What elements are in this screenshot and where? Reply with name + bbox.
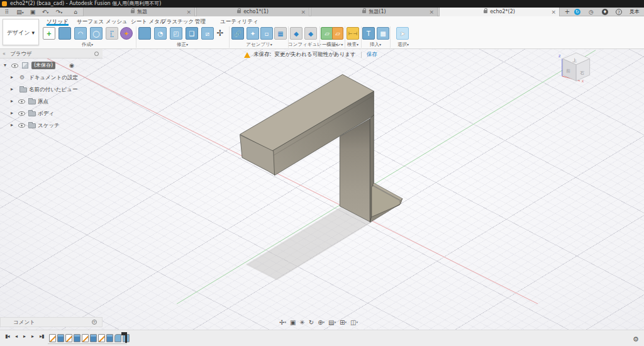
decal-icon[interactable]: T <box>362 27 375 40</box>
expand-caret-icon[interactable]: ▸ <box>11 96 13 107</box>
visibility-eye-icon[interactable] <box>18 111 25 116</box>
browser-item-bodies[interactable]: ▸ ボディ <box>0 108 103 119</box>
joint-icon[interactable]: ✦ <box>247 27 259 40</box>
save-link[interactable]: 保存 <box>367 51 377 59</box>
timeline-feature-fillet[interactable] <box>114 334 121 342</box>
ribbon-tab-plastic[interactable]: プラスチック <box>161 18 194 26</box>
configure-icon[interactable]: ◆ <box>290 27 303 40</box>
revolve-icon[interactable]: ◠ <box>74 27 87 40</box>
collapse-panel-icon[interactable]: « <box>3 49 6 59</box>
expand-caret-icon[interactable]: ▸ <box>11 84 13 95</box>
create-sketch-icon[interactable]: + <box>43 27 55 40</box>
browser-item-label[interactable]: 名前の付いたビュー <box>29 84 78 95</box>
group-label[interactable]: 選択 <box>390 42 416 48</box>
browser-item-document-settings[interactable]: ▸ ⚙ ドキュメントの設定 <box>0 72 103 83</box>
timeline-feature-extrude[interactable] <box>106 334 113 342</box>
combine-icon[interactable]: ❑ <box>186 27 198 40</box>
ribbon-tab-surface[interactable]: サーフェス <box>77 18 104 26</box>
zoom-icon[interactable]: ⊕ <box>318 318 325 327</box>
browser-item-label[interactable]: スケッチ <box>38 120 60 131</box>
doc-tab-untitled[interactable]: 無題 <box>83 8 195 16</box>
doc-tab-echo1[interactable]: echo1*(1) <box>196 8 309 16</box>
save-icon[interactable]: ▣ <box>29 8 36 16</box>
group-label[interactable]: 構築 <box>319 42 345 48</box>
panel-options-icon[interactable] <box>94 52 99 56</box>
ribbon-tab-sheetmetal[interactable]: シート メタル <box>131 18 165 26</box>
fillet-icon[interactable]: ◔ <box>154 27 167 40</box>
browser-panel-header[interactable]: « ブラウザ <box>0 49 103 59</box>
configuration-table-icon[interactable]: ◆ <box>304 27 317 40</box>
rigid-group-icon[interactable]: ▫ <box>260 27 273 40</box>
grid-settings-icon[interactable]: ⊞ <box>340 318 347 327</box>
browser-item-label[interactable]: ボディ <box>38 108 54 119</box>
visibility-eye-icon[interactable] <box>11 64 18 68</box>
visibility-eye-icon[interactable] <box>18 99 25 104</box>
close-icon[interactable] <box>186 8 191 16</box>
extensions-clock-icon[interactable]: ◷ <box>587 8 595 16</box>
browser-item-named-views[interactable]: ▸ 名前の付いたビュー <box>0 84 103 95</box>
move-icon[interactable]: ✢ <box>214 27 226 40</box>
pan-hand-icon[interactable]: ✳ <box>299 318 304 327</box>
comments-panel[interactable]: コメント + <box>0 317 103 327</box>
timeline-feature-sketch[interactable] <box>65 334 72 342</box>
app-grid-menu-icon[interactable]: ⠿ <box>3 8 11 16</box>
bom-table-icon[interactable]: ▦ <box>274 27 287 40</box>
ribbon-tab-utilities[interactable]: ユーティリティ <box>220 18 258 26</box>
doc-tab-echo2-active[interactable]: echo2*(2) <box>439 8 560 16</box>
timeline-feature-extrude[interactable] <box>57 334 64 342</box>
hole-icon[interactable]: ◯ <box>90 27 103 40</box>
column-front-face[interactable] <box>340 119 370 222</box>
timeline-step-forward-button[interactable]: ▸ <box>31 333 33 339</box>
browser-item-sketches[interactable]: ▸ スケッチ <box>0 120 103 131</box>
timeline-feature-sketch[interactable] <box>98 334 105 342</box>
shell-icon[interactable]: ◰ <box>170 27 182 40</box>
press-pull-icon[interactable] <box>138 27 151 40</box>
offset-plane-icon[interactable]: ▱ <box>321 27 333 40</box>
form-icon[interactable]: ✦ <box>120 27 133 40</box>
timeline-step-back-button[interactable]: ◂ <box>15 333 17 339</box>
ribbon-tab-manage[interactable]: 管理 <box>195 18 206 26</box>
measure-icon[interactable]: ⊢⊣ <box>347 27 359 40</box>
doc-tab-untitled-1[interactable]: 無題(1) <box>311 8 438 16</box>
axis-icon[interactable]: ▱ <box>332 27 343 40</box>
ribbon-tab-solid[interactable]: ソリッド <box>47 18 69 26</box>
timeline-feature-sketch[interactable] <box>49 334 56 342</box>
timeline-go-to-end-button[interactable]: ▸▮ <box>40 333 43 339</box>
model-body[interactable] <box>240 74 402 222</box>
root-document-label[interactable]: (未保存) <box>31 62 55 69</box>
close-icon[interactable] <box>551 8 556 16</box>
group-label[interactable]: 検査 <box>345 42 361 48</box>
group-label[interactable]: 作成 <box>40 42 135 48</box>
viewcube[interactable]: 上 前 右 Z X <box>558 53 590 83</box>
group-label[interactable]: 挿入 <box>361 42 390 48</box>
timeline-feature-extrude[interactable] <box>74 334 80 342</box>
expand-caret-icon[interactable]: ▾ <box>4 60 6 71</box>
visibility-eye-icon[interactable] <box>18 123 25 128</box>
group-label[interactable]: コンフィギュレーション <box>288 42 319 48</box>
display-settings-icon[interactable]: ▤ <box>328 318 336 327</box>
undo-icon[interactable]: ↶ <box>40 8 50 16</box>
group-label[interactable]: 修正 <box>137 42 228 48</box>
canvas-image-icon[interactable]: ▩ <box>377 27 389 40</box>
help-icon[interactable]: ? <box>616 9 622 15</box>
close-icon[interactable] <box>301 8 306 16</box>
browser-item-label[interactable]: 原点 <box>38 96 48 107</box>
timeline-play-button[interactable]: ▸ <box>23 333 25 339</box>
user-label[interactable]: 見本 <box>626 8 643 16</box>
browser-item-label[interactable]: ドキュメントの設定 <box>29 72 78 83</box>
redo-icon[interactable]: ↷ <box>54 8 64 16</box>
split-body-icon[interactable]: ⧄ <box>201 27 214 40</box>
timeline-go-to-start-button[interactable]: ▮◂ <box>5 333 9 339</box>
ribbon-tab-mesh[interactable]: メッシュ <box>106 18 128 26</box>
new-component-icon[interactable]: 🔗 <box>231 27 244 40</box>
add-comment-icon[interactable]: + <box>92 320 97 325</box>
pattern-icon[interactable]: ⣏ <box>106 27 118 40</box>
job-status-icon[interactable]: ↻ <box>574 9 580 15</box>
active-component-radio-icon[interactable]: ◉ <box>69 62 74 69</box>
select-icon[interactable]: ➤ <box>396 27 409 40</box>
expand-caret-icon[interactable]: ▸ <box>11 108 13 119</box>
orbit-icon[interactable]: ↻ <box>309 318 314 327</box>
new-tab-button[interactable]: + <box>564 8 571 16</box>
file-menu-icon[interactable]: ▤ <box>15 8 25 16</box>
pan-icon[interactable]: ✢ <box>279 318 286 327</box>
